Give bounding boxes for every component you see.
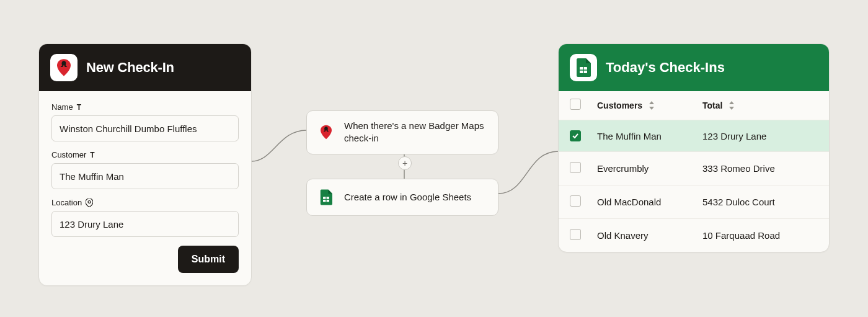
cell-total: 123 Drury Lane (702, 131, 818, 141)
location-label-text: Location (51, 198, 82, 207)
google-sheets-icon (570, 54, 597, 81)
name-label: Name T (51, 102, 239, 112)
cell-customer: The Muffin Man (597, 131, 702, 141)
location-label: Location (51, 198, 239, 207)
location-pin-icon (86, 199, 93, 207)
table-row[interactable]: Evercrumbly333 Romeo Drive (559, 152, 829, 185)
sort-icon (649, 101, 655, 110)
new-checkin-card: New Check-In Name T Customer T Location … (38, 43, 252, 286)
google-sheets-icon (317, 188, 335, 207)
text-type-icon: T (77, 103, 81, 112)
table-row[interactable]: The Muffin Man123 Drury Lane (559, 120, 829, 152)
column-customers-label: Customers (597, 100, 642, 110)
cell-customer: Old Knavery (597, 230, 702, 241)
cell-total: 5432 Duloc Court (702, 197, 818, 207)
column-total-label: Total (702, 100, 722, 110)
customer-input[interactable] (51, 163, 239, 189)
name-input[interactable] (51, 115, 239, 141)
trigger-step[interactable]: When there's a new Badger Maps check-in (306, 110, 498, 154)
action-step-label: Create a row in Google Sheets (344, 191, 471, 203)
sort-icon (728, 101, 735, 110)
trigger-step-label: When there's a new Badger Maps check-in (344, 120, 488, 145)
row-checkbox[interactable] (570, 162, 581, 173)
location-input[interactable] (51, 211, 239, 237)
name-label-text: Name (51, 102, 73, 112)
text-type-icon: T (90, 151, 94, 159)
plus-icon: + (402, 158, 407, 168)
row-checkbox[interactable] (570, 130, 581, 141)
row-checkbox[interactable] (570, 195, 581, 207)
cell-total: 333 Romeo Drive (702, 163, 818, 174)
column-customers[interactable]: Customers (597, 100, 702, 110)
customer-label: Customer T (51, 150, 239, 159)
table-row[interactable]: Old Knavery10 Farquaad Road (559, 219, 829, 252)
sheet-column-header: Customers Total (559, 91, 829, 120)
badger-maps-icon (317, 123, 335, 141)
cell-total: 10 Farquaad Road (702, 230, 818, 241)
cell-customer: Evercrumbly (597, 163, 702, 174)
submit-button[interactable]: Submit (178, 246, 239, 273)
customer-label-text: Customer (51, 150, 86, 159)
add-step-button[interactable]: + (398, 156, 412, 170)
form-header: New Check-In (39, 44, 251, 91)
badger-maps-icon (50, 54, 78, 81)
sheet-header: Today's Check-Ins (559, 44, 829, 91)
cell-customer: Old MacDonald (597, 197, 702, 207)
todays-checkins-card: Today's Check-Ins Customers Total (558, 43, 830, 252)
table-row[interactable]: Old MacDonald5432 Duloc Court (559, 185, 829, 219)
form-body: Name T Customer T Location Submit (39, 91, 251, 285)
select-all-checkbox[interactable] (570, 99, 581, 110)
sheet-title: Today's Check-Ins (606, 60, 725, 76)
column-total[interactable]: Total (702, 100, 818, 110)
form-title: New Check-In (86, 60, 174, 76)
row-checkbox[interactable] (570, 229, 581, 240)
action-step[interactable]: Create a row in Google Sheets (306, 179, 498, 216)
